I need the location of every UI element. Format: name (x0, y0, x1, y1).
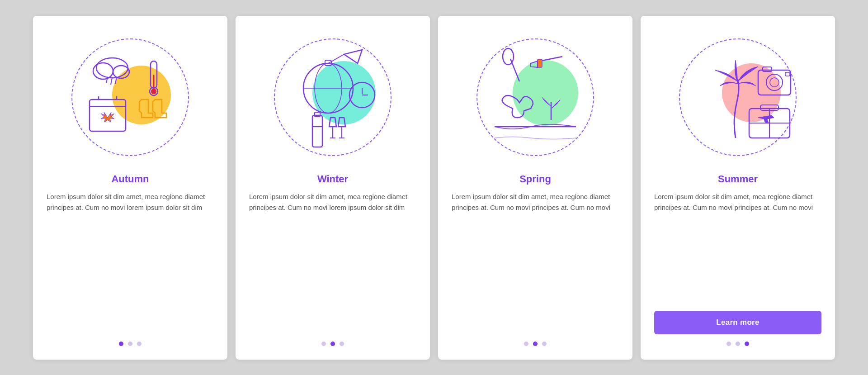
dot-3 (137, 342, 142, 346)
svg-rect-39 (785, 72, 790, 76)
spring-dots (524, 342, 547, 346)
card-summer: Summer Lorem ipsum dolor sit dim amet, m… (641, 16, 835, 360)
dot-3 (542, 342, 547, 346)
dot-1 (726, 342, 731, 346)
dot-1 (321, 342, 326, 346)
autumn-text: Lorem ipsum dolor sit dim amet, mea regi… (47, 191, 214, 332)
winter-title: Winter (317, 173, 348, 185)
cards-container: Autumn Lorem ipsum dolor sit dim amet, m… (19, 2, 849, 373)
svg-point-9 (151, 89, 156, 94)
learn-more-button[interactable]: Learn more (654, 311, 821, 334)
dot-3 (340, 342, 344, 346)
illustration-autumn (62, 29, 198, 165)
dot-3 (745, 342, 749, 346)
svg-spring (467, 29, 603, 165)
winter-text: Lorem ipsum dolor sit dim amet, mea regi… (249, 191, 416, 332)
svg-rect-20 (315, 112, 320, 117)
svg-winter (265, 29, 401, 165)
illustration-winter (265, 29, 401, 165)
svg-line-29 (540, 57, 562, 61)
card-spring: Spring Lorem ipsum dolor sit dim amet, m… (438, 16, 632, 360)
winter-dots (321, 342, 344, 346)
svg-rect-10 (90, 100, 126, 131)
illustration-summer (670, 29, 806, 165)
summer-text: Lorem ipsum dolor sit dim amet, mea regi… (654, 191, 821, 302)
svg-point-37 (770, 78, 779, 87)
card-winter: Winter Lorem ipsum dolor sit dim amet, m… (236, 16, 430, 360)
summer-dots (726, 342, 749, 346)
illustration-spring (467, 29, 603, 165)
svg-summer (670, 29, 806, 165)
svg-rect-30 (538, 59, 542, 67)
spring-text: Lorem ipsum dolor sit dim amet, mea regi… (452, 191, 619, 332)
card-autumn: Autumn Lorem ipsum dolor sit dim amet, m… (33, 16, 227, 360)
dot-2 (533, 342, 538, 346)
autumn-dots (119, 342, 142, 346)
svg-autumn (62, 29, 198, 165)
svg-line-4 (111, 78, 112, 85)
spring-title: Spring (519, 173, 551, 185)
svg-point-1 (93, 63, 113, 79)
summer-title: Summer (718, 173, 758, 185)
svg-point-36 (766, 74, 783, 90)
dot-1 (524, 342, 528, 346)
dot-1 (119, 342, 123, 346)
autumn-title: Autumn (111, 173, 149, 185)
svg-rect-19 (312, 115, 322, 147)
svg-rect-38 (763, 67, 772, 71)
svg-point-32 (503, 48, 514, 65)
svg-line-18 (328, 54, 344, 63)
dot-2 (128, 342, 132, 346)
dot-2 (736, 342, 740, 346)
dot-2 (330, 342, 335, 346)
